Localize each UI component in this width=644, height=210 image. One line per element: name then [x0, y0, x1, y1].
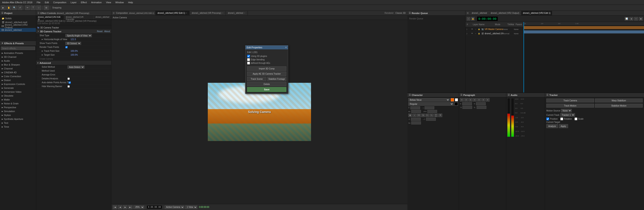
tracker-motion-source-dropdown[interactable]: None — [561, 109, 572, 112]
effects-cat-channel[interactable]: ▶ Channel — [0, 67, 36, 70]
effects-cat-simulation[interactable]: ▶ Simulation — [0, 109, 36, 113]
para-align-center[interactable]: ≡ — [464, 98, 468, 101]
para-align-left[interactable]: ≡ — [460, 98, 464, 101]
comp-view-select[interactable]: Active Camera — [164, 205, 184, 209]
char-tracking-input[interactable]: 0 — [428, 110, 437, 113]
ec-section-header[interactable]: ▼ 3D Camera Tracker Reset About — [36, 29, 111, 34]
char-strikethrough-btn[interactable]: T̶ — [438, 114, 442, 117]
effects-cat-immersive[interactable]: ▶ Immersive Video — [0, 90, 36, 94]
comp-tab-drone[interactable]: drone1_stitched × — [226, 11, 248, 16]
para-justify-center[interactable]: ≡ — [477, 98, 481, 101]
menu-view[interactable]: View — [105, 1, 112, 4]
effects-cat-audio[interactable]: ▶ Audio — [0, 59, 36, 63]
menu-help[interactable]: Help — [127, 1, 134, 4]
toolbar-shape[interactable]: □ — [36, 6, 41, 10]
tl-timecode[interactable]: 0:00:00:00 — [477, 17, 498, 21]
comp-play-btn[interactable]: ▶ — [123, 205, 127, 209]
ec-track-size-value[interactable]: 100.0% — [70, 50, 78, 52]
effects-cat-time[interactable]: ▶ Time — [0, 125, 36, 129]
toolbar-select[interactable]: ▶ — [1, 6, 6, 10]
dialog-edge-blending-checkbox[interactable] — [247, 58, 250, 61]
comp-prev-frame-btn[interactable]: ◀ — [118, 205, 122, 209]
ec-tab-vr[interactable]: drone1_stitched (VR Precomp) — [64, 16, 94, 19]
char-underline-btn[interactable]: T̲ — [434, 114, 438, 117]
comp-tab-drone-close[interactable]: × — [244, 12, 246, 14]
comp-tab-vr2edit-close[interactable]: × — [186, 12, 187, 14]
ec-hide-warning-checkbox[interactable] — [68, 85, 70, 87]
tl-tab-vr2edit[interactable]: drone1_stitched (VR2 Edit 1) — [521, 11, 552, 16]
para-space-before-input[interactable]: 0 px — [462, 106, 472, 109]
char-hscale-input[interactable]: 95% — [426, 118, 436, 121]
ec-shot-type-dropdown[interactable]: Specify Angle of View — [66, 34, 92, 37]
tracker-stabilize-btn[interactable]: Stabilize Motion — [595, 104, 643, 108]
ec-h-angle-arrow[interactable]: ▶ — [42, 38, 43, 40]
tracker-analyze-btn[interactable]: Analyze — [546, 124, 558, 128]
tracker-track-camera-btn[interactable]: Track Camera — [546, 98, 594, 102]
ec-target-size-arrow[interactable]: ▶ — [42, 54, 43, 56]
ec-reset-btn[interactable]: Reset — [97, 30, 102, 33]
effects-search-input[interactable] — [1, 47, 35, 50]
effects-cat-blur[interactable]: ▶ Blur & Sharpen — [0, 63, 36, 67]
para-justify-all[interactable]: ≡ — [486, 98, 490, 101]
char-italic-btn[interactable]: I — [412, 114, 416, 117]
tl-lock-btn[interactable]: 🔒 — [471, 17, 474, 21]
tl-layer-eye-1[interactable]: 👁 — [471, 28, 474, 31]
char-style-select[interactable]: Regular — [408, 102, 454, 106]
toolbar-hand[interactable]: ✋ — [6, 6, 11, 10]
dialog-3d-plugins-checkbox[interactable] — [247, 55, 250, 58]
char-small-caps-btn[interactable]: Tt — [421, 114, 425, 117]
toolbar-rotate[interactable]: ↺ — [18, 6, 22, 10]
tl-layer-row-2[interactable]: 2 👁 ○ 🔒 🎬 drone1_stitched (VR Precomp) N… — [466, 32, 523, 36]
char-color-box2[interactable] — [454, 102, 458, 106]
menu-ae[interactable]: Adobe After Effects CC 2018 — [1, 1, 33, 4]
effects-cat-text[interactable]: ▶ Text — [0, 121, 36, 125]
effects-cat-synthetic[interactable]: ▶ Synthetic Aperture — [0, 117, 36, 121]
ec-solve-method-dropdown[interactable]: Auto Detect — [68, 66, 84, 69]
effects-cat-noise[interactable]: ▶ Noise & Grain — [0, 101, 36, 106]
tl-layer-eye-2[interactable]: 👁 — [471, 32, 474, 35]
tl-layer-solo-2[interactable]: ○ — [474, 32, 477, 35]
tl-layer-solo-1[interactable]: ○ — [474, 28, 477, 31]
toolbar-align[interactable]: ⊞ — [44, 6, 48, 10]
para-justify-right[interactable]: ≡ — [482, 98, 485, 101]
menu-edit[interactable]: Edit — [44, 1, 50, 4]
toolbar-zoom[interactable]: 🔍 — [12, 6, 17, 10]
menu-layer[interactable]: Layer — [70, 1, 78, 4]
comp-first-frame-btn[interactable]: |◀ — [113, 205, 117, 209]
tl-track-area[interactable]: 0f 10f 20f 1:00 — [524, 22, 644, 92]
effects-cat-matte[interactable]: ▶ Matte — [0, 98, 36, 101]
tracker-scale-checkbox[interactable] — [574, 118, 577, 120]
para-indent-right-input[interactable]: 0 px — [476, 102, 486, 105]
tl-solo-btn[interactable]: ○ — [467, 17, 470, 21]
char-color-box[interactable] — [451, 98, 454, 101]
dialog-delete-btn[interactable]: Delete — [247, 82, 286, 86]
effects-cat-color[interactable]: ▶ Color Correction — [0, 74, 36, 78]
dialog-close-btn[interactable]: × — [285, 46, 287, 49]
effects-cat-animation[interactable]: ▶ Animation Presets — [0, 51, 36, 55]
tracker-track-motion-btn[interactable]: Track Motion — [546, 104, 594, 108]
char-vscale-input[interactable]: 100% — [411, 118, 421, 121]
ec-tab-drone2[interactable]: drone1_stitched — [94, 16, 111, 19]
dialog-apply-tracker-btn[interactable]: Apply AE 3D Camera Tracker — [247, 72, 286, 76]
tl-easing-btn[interactable]: ≈ — [634, 17, 638, 21]
ec-advanced-header[interactable]: ▶ Advanced — [36, 61, 111, 65]
para-align-right[interactable]: ≡ — [468, 98, 472, 101]
tracker-warp-btn[interactable]: Warp Stabilizer — [595, 98, 643, 102]
tl-playhead[interactable] — [524, 22, 524, 92]
ec-auto-delete-checkbox[interactable] — [68, 81, 71, 84]
ec-tab-drone1[interactable]: drone1_stitched (VR2 Edit 1) — [36, 16, 64, 19]
char-leading-input[interactable]: Auto — [424, 106, 434, 109]
dialog-stabilize-footage-btn[interactable]: Stabilize Footage — [267, 77, 286, 81]
project-item-solids[interactable]: 📁 Solids — [0, 16, 36, 20]
tracker-current-track-dropdown[interactable]: Tracker 1 — [560, 113, 575, 117]
tl-tab-drone1[interactable]: drone1_stitched — [470, 11, 489, 16]
menu-composition[interactable]: Composition — [52, 1, 67, 4]
char-sub-btn[interactable]: T↓ — [430, 114, 434, 117]
menu-file[interactable]: File — [36, 1, 41, 4]
tl-layer-lock-2[interactable]: 🔒 — [478, 32, 480, 35]
char-caps-btn[interactable]: TT — [417, 114, 421, 117]
effects-cat-perspective[interactable]: ▶ Perspective — [0, 106, 36, 109]
tl-graph-btn[interactable]: 📊 — [625, 17, 628, 21]
project-item-vr2output[interactable]: 🎞 drone1_stitched (VR2 Output) — [0, 24, 36, 28]
comp-tab-vrprecomp[interactable]: drone1_stitched (VR Precomp) × — [190, 11, 226, 16]
